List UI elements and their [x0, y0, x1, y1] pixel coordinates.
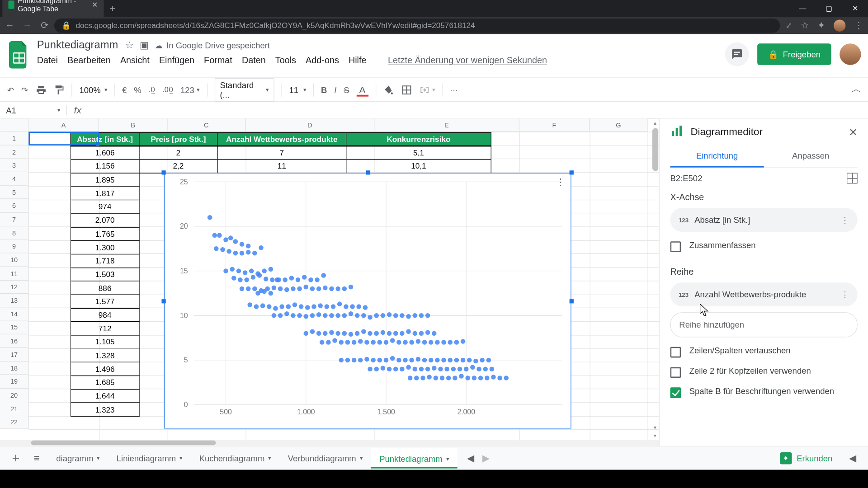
collapse-toolbar-button[interactable]: ︿ [852, 84, 861, 96]
merge-cells-button[interactable]: ▾ [419, 84, 435, 95]
cell[interactable]: 974 [71, 200, 139, 214]
document-title[interactable]: Punktediagramm [37, 39, 118, 52]
maximize-button[interactable]: ▢ [816, 0, 842, 17]
bold-button[interactable]: B [321, 85, 327, 94]
tabs-prev-button[interactable]: ◀ [467, 452, 474, 464]
cell[interactable]: 2.070 [71, 214, 139, 227]
cell[interactable]: 1.328 [71, 349, 139, 362]
cell[interactable]: 2,2 [139, 160, 217, 173]
forward-button[interactable]: → [23, 20, 32, 31]
number-format-select[interactable]: 123▾ [180, 85, 200, 94]
menu-tools[interactable]: Tools [275, 55, 296, 65]
name-box[interactable]: A1▾ [0, 105, 67, 115]
new-tab-button[interactable]: + [104, 1, 122, 17]
vertical-scroll[interactable]: ▴ ▾ ▾ [652, 118, 659, 440]
browser-tab[interactable]: Punktediagramm - Google Tabe ✕ [2, 0, 104, 17]
star-icon[interactable]: ☆ [125, 39, 133, 51]
currency-button[interactable]: € [122, 85, 127, 94]
cell[interactable]: 1.817 [71, 187, 139, 200]
paint-format-button[interactable] [54, 84, 65, 95]
horizontal-scroll[interactable] [0, 440, 659, 446]
chip-menu-icon[interactable]: ⋮ [841, 290, 849, 299]
menu-ansicht[interactable]: Ansicht [120, 55, 150, 65]
more-button[interactable]: ⋯ [450, 85, 458, 94]
sheet-tab[interactable]: Punktediagramm▾ [371, 448, 458, 468]
close-window-button[interactable]: ✕ [842, 0, 868, 17]
sheet-tab[interactable]: Verbunddiagramm▾ [279, 448, 371, 468]
cell[interactable]: 1.323 [71, 403, 139, 417]
font-select[interactable]: Standard (...▾ [215, 78, 274, 102]
account-avatar[interactable] [840, 43, 861, 65]
cell[interactable]: 712 [71, 322, 139, 335]
add-series-button[interactable]: Reihe hinzufügen [670, 312, 858, 337]
menu-datei[interactable]: Datei [37, 55, 58, 65]
font-size-select[interactable]: 11▾ [289, 85, 306, 94]
cell[interactable]: 2 [139, 146, 217, 160]
cell[interactable]: 1.895 [71, 173, 139, 187]
browser-avatar[interactable] [834, 19, 845, 31]
tab-setup[interactable]: Einrichtung [670, 145, 764, 168]
cell[interactable]: 1.105 [71, 335, 139, 349]
close-sidebar-button[interactable]: ✕ [849, 126, 858, 139]
menu-einfügen[interactable]: Einfügen [159, 55, 194, 65]
cell[interactable]: 1.644 [71, 389, 139, 403]
sheet-tab[interactable]: Liniendiagramm▾ [108, 448, 191, 468]
side-panel-toggle[interactable]: ◀ [843, 452, 862, 464]
cell[interactable]: 1.503 [71, 267, 139, 281]
formula-bar[interactable] [89, 102, 868, 118]
borders-button[interactable] [401, 84, 412, 95]
switch-rc-checkbox[interactable] [670, 347, 681, 358]
all-sheets-button[interactable]: ≡ [29, 453, 44, 464]
close-icon[interactable]: ✕ [92, 0, 98, 9]
cell[interactable]: 886 [71, 281, 139, 295]
menu-add-ons[interactable]: Add-ons [306, 55, 339, 65]
tabs-next-button[interactable]: ▶ [482, 452, 490, 464]
last-edit[interactable]: Letzte Änderung vor wenigen Sekunden [388, 55, 547, 65]
spreadsheet-grid[interactable]: ABCDEFG 12345678910111213141516171819202… [0, 118, 660, 446]
chart-menu-button[interactable]: ⋮ [556, 176, 565, 188]
zoom-select[interactable]: 100%▾ [79, 85, 107, 94]
menu-button[interactable]: ⋮ [854, 20, 863, 31]
select-range-button[interactable] [847, 173, 858, 184]
move-icon[interactable]: ▣ [140, 39, 149, 51]
menu-bearbeiten[interactable]: Bearbeiten [67, 55, 111, 65]
cell[interactable]: 7 [217, 146, 346, 160]
print-button[interactable] [36, 84, 47, 95]
cell[interactable]: 1.300 [71, 240, 139, 254]
percent-button[interactable]: % [134, 85, 141, 94]
italic-button[interactable]: I [334, 85, 336, 94]
column-header-cell[interactable]: Konkurrenzrisiko [346, 132, 491, 146]
increase-decimal-button[interactable]: .00̲ [162, 85, 173, 94]
cell[interactable]: 11 [217, 160, 346, 173]
cell[interactable]: 1.496 [71, 362, 139, 376]
column-header-cell[interactable]: Anzahl Wettbewerbs-produkte [217, 132, 346, 146]
data-range[interactable]: B2:E502 [670, 174, 703, 183]
share-button[interactable]: 🔒 Freigeben [757, 43, 831, 65]
series-chip[interactable]: 123 Anzahl Wettbewerbs-produkte ⋮ [670, 282, 858, 306]
back-button[interactable]: ← [5, 20, 14, 31]
strikethrough-button[interactable]: S [344, 85, 349, 94]
cell[interactable]: 1.765 [71, 227, 139, 241]
cell[interactable]: 1.718 [71, 254, 139, 267]
column-header-cell[interactable]: Preis [pro Stk.] [139, 132, 217, 146]
cell[interactable]: 1.606 [71, 146, 139, 160]
x-axis-chip[interactable]: 123 Absatz [in Stk.] ⋮ [670, 208, 858, 232]
reload-button[interactable]: ⟳ [41, 20, 48, 31]
aggregate-checkbox[interactable] [670, 241, 681, 252]
add-sheet-button[interactable]: + [6, 450, 25, 466]
cell[interactable]: 984 [71, 308, 139, 322]
minimize-button[interactable]: — [789, 0, 816, 17]
embedded-chart[interactable]: 05101520255001.0001.5002.000 ⋮ [164, 173, 571, 429]
cell[interactable]: 5,1 [346, 146, 491, 160]
explore-button[interactable]: ✦ Erkunden [773, 449, 840, 468]
zoom-icon[interactable]: ⤢ [786, 21, 793, 30]
menu-hilfe[interactable]: Hilfe [349, 55, 367, 65]
undo-button[interactable]: ↶ [7, 85, 14, 94]
cell[interactable]: 1.685 [71, 376, 139, 389]
tab-customize[interactable]: Anpassen [764, 145, 858, 168]
menu-format[interactable]: Format [204, 55, 232, 65]
sheet-tab[interactable]: Kuchendiagramm▾ [191, 448, 279, 468]
address-bar[interactable]: 🔒 docs.google.com/spreadsheets/d/16sZAG8… [54, 18, 780, 33]
sheet-tab[interactable]: diagramm▾ [48, 448, 108, 468]
decrease-decimal-button[interactable]: .0̲ [149, 85, 156, 94]
